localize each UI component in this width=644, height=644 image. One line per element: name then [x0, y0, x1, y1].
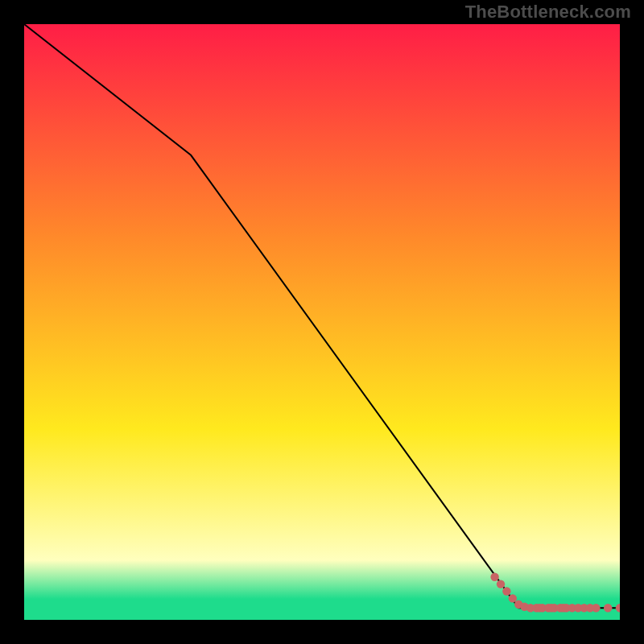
chart-svg	[24, 24, 620, 620]
data-point	[509, 594, 517, 602]
data-point	[592, 604, 600, 612]
watermark-text: TheBottleneck.com	[465, 2, 631, 23]
data-point	[604, 604, 612, 612]
data-point	[502, 587, 510, 595]
chart-stage: TheBottleneck.com	[0, 0, 644, 644]
data-point	[497, 580, 505, 588]
data-point	[490, 573, 498, 581]
plot-area	[24, 24, 620, 620]
gradient-background	[24, 24, 620, 620]
